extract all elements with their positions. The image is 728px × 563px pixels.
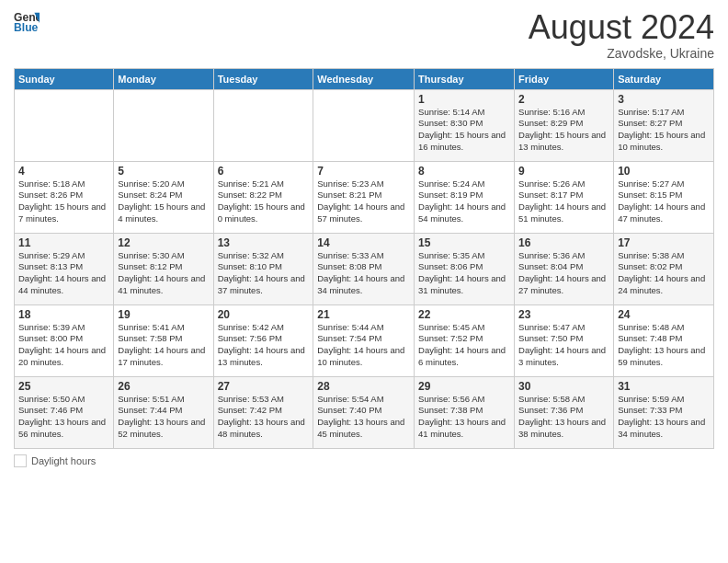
day-number: 19 [118, 308, 209, 321]
day-info: Sunrise: 5:21 AM Sunset: 8:22 PM Dayligh… [218, 178, 310, 225]
day-number: 13 [218, 236, 310, 249]
week-row-3: 11Sunrise: 5:29 AM Sunset: 8:13 PM Dayli… [15, 233, 714, 304]
day-cell: 27Sunrise: 5:53 AM Sunset: 7:42 PM Dayli… [213, 376, 313, 448]
header-thursday: Thursday [415, 68, 515, 89]
day-number: 29 [418, 380, 510, 393]
day-number: 28 [317, 380, 410, 393]
week-row-1: 1Sunrise: 5:14 AM Sunset: 8:30 PM Daylig… [15, 89, 714, 161]
day-info: Sunrise: 5:58 AM Sunset: 7:36 PM Dayligh… [518, 394, 609, 441]
day-number: 21 [317, 308, 410, 321]
week-row-2: 4Sunrise: 5:18 AM Sunset: 8:26 PM Daylig… [15, 161, 714, 233]
day-cell: 28Sunrise: 5:54 AM Sunset: 7:40 PM Dayli… [313, 376, 415, 448]
day-cell: 4Sunrise: 5:18 AM Sunset: 8:26 PM Daylig… [15, 161, 114, 233]
day-cell: 29Sunrise: 5:56 AM Sunset: 7:38 PM Dayli… [415, 376, 515, 448]
day-number: 26 [118, 380, 209, 393]
day-number: 27 [218, 380, 310, 393]
day-cell: 21Sunrise: 5:44 AM Sunset: 7:54 PM Dayli… [313, 304, 415, 376]
day-info: Sunrise: 5:35 AM Sunset: 8:06 PM Dayligh… [418, 250, 510, 297]
day-cell: 24Sunrise: 5:48 AM Sunset: 7:48 PM Dayli… [614, 304, 714, 376]
day-number: 31 [618, 380, 710, 393]
day-cell [213, 89, 313, 161]
day-cell: 20Sunrise: 5:42 AM Sunset: 7:56 PM Dayli… [213, 304, 313, 376]
day-number: 14 [317, 236, 410, 249]
day-number: 30 [518, 380, 609, 393]
day-info: Sunrise: 5:51 AM Sunset: 7:44 PM Dayligh… [118, 394, 209, 441]
header-wednesday: Wednesday [313, 68, 415, 89]
day-info: Sunrise: 5:59 AM Sunset: 7:33 PM Dayligh… [618, 394, 710, 441]
logo: General Blue [14, 9, 40, 35]
day-info: Sunrise: 5:33 AM Sunset: 8:08 PM Dayligh… [317, 250, 410, 297]
day-cell: 22Sunrise: 5:45 AM Sunset: 7:52 PM Dayli… [415, 304, 515, 376]
day-number: 16 [518, 236, 609, 249]
svg-text:Blue: Blue [14, 21, 39, 34]
day-info: Sunrise: 5:53 AM Sunset: 7:42 PM Dayligh… [218, 394, 310, 441]
month-year-title: August 2024 [529, 9, 714, 46]
day-number: 15 [418, 236, 510, 249]
day-number: 9 [518, 165, 609, 178]
week-row-4: 18Sunrise: 5:39 AM Sunset: 8:00 PM Dayli… [15, 304, 714, 376]
day-cell: 31Sunrise: 5:59 AM Sunset: 7:33 PM Dayli… [614, 376, 714, 448]
day-cell: 3Sunrise: 5:17 AM Sunset: 8:27 PM Daylig… [614, 89, 714, 161]
day-cell: 1Sunrise: 5:14 AM Sunset: 8:30 PM Daylig… [415, 89, 515, 161]
day-info: Sunrise: 5:38 AM Sunset: 8:02 PM Dayligh… [618, 250, 710, 297]
day-number: 23 [518, 308, 609, 321]
day-cell [15, 89, 114, 161]
day-number: 4 [18, 165, 109, 178]
daylight-legend-box [14, 454, 27, 467]
day-cell: 18Sunrise: 5:39 AM Sunset: 8:00 PM Dayli… [15, 304, 114, 376]
day-cell [313, 89, 415, 161]
day-cell: 8Sunrise: 5:24 AM Sunset: 8:19 PM Daylig… [415, 161, 515, 233]
header-tuesday: Tuesday [213, 68, 313, 89]
day-info: Sunrise: 5:56 AM Sunset: 7:38 PM Dayligh… [418, 394, 510, 441]
day-cell: 12Sunrise: 5:30 AM Sunset: 8:12 PM Dayli… [114, 233, 213, 304]
day-number: 7 [317, 165, 410, 178]
day-cell: 19Sunrise: 5:41 AM Sunset: 7:58 PM Dayli… [114, 304, 213, 376]
day-number: 20 [218, 308, 310, 321]
day-info: Sunrise: 5:42 AM Sunset: 7:56 PM Dayligh… [218, 322, 310, 369]
day-info: Sunrise: 5:23 AM Sunset: 8:21 PM Dayligh… [317, 178, 410, 225]
day-info: Sunrise: 5:39 AM Sunset: 8:00 PM Dayligh… [18, 322, 109, 369]
day-info: Sunrise: 5:45 AM Sunset: 7:52 PM Dayligh… [418, 322, 510, 369]
day-cell: 16Sunrise: 5:36 AM Sunset: 8:04 PM Dayli… [515, 233, 614, 304]
day-number: 10 [618, 165, 710, 178]
day-info: Sunrise: 5:41 AM Sunset: 7:58 PM Dayligh… [118, 322, 209, 369]
day-number: 5 [118, 165, 209, 178]
day-info: Sunrise: 5:44 AM Sunset: 7:54 PM Dayligh… [317, 322, 410, 369]
day-cell: 30Sunrise: 5:58 AM Sunset: 7:36 PM Dayli… [515, 376, 614, 448]
day-cell [114, 89, 213, 161]
day-number: 18 [18, 308, 109, 321]
day-number: 22 [418, 308, 510, 321]
day-number: 11 [18, 236, 109, 249]
day-number: 25 [18, 380, 109, 393]
day-info: Sunrise: 5:48 AM Sunset: 7:48 PM Dayligh… [618, 322, 710, 369]
header-monday: Monday [114, 68, 213, 89]
day-number: 6 [218, 165, 310, 178]
day-cell: 2Sunrise: 5:16 AM Sunset: 8:29 PM Daylig… [515, 89, 614, 161]
location-subtitle: Zavodske, Ukraine [529, 46, 714, 61]
day-cell: 6Sunrise: 5:21 AM Sunset: 8:22 PM Daylig… [213, 161, 313, 233]
week-row-5: 25Sunrise: 5:50 AM Sunset: 7:46 PM Dayli… [15, 376, 714, 448]
day-info: Sunrise: 5:47 AM Sunset: 7:50 PM Dayligh… [518, 322, 609, 369]
day-cell: 9Sunrise: 5:26 AM Sunset: 8:17 PM Daylig… [515, 161, 614, 233]
day-cell: 10Sunrise: 5:27 AM Sunset: 8:15 PM Dayli… [614, 161, 714, 233]
day-cell: 14Sunrise: 5:33 AM Sunset: 8:08 PM Dayli… [313, 233, 415, 304]
footer: Daylight hours [14, 454, 714, 467]
day-cell: 11Sunrise: 5:29 AM Sunset: 8:13 PM Dayli… [15, 233, 114, 304]
header-sunday: Sunday [15, 68, 114, 89]
day-info: Sunrise: 5:26 AM Sunset: 8:17 PM Dayligh… [518, 178, 609, 225]
day-info: Sunrise: 5:30 AM Sunset: 8:12 PM Dayligh… [118, 250, 209, 297]
day-info: Sunrise: 5:20 AM Sunset: 8:24 PM Dayligh… [118, 178, 209, 225]
day-info: Sunrise: 5:29 AM Sunset: 8:13 PM Dayligh… [18, 250, 109, 297]
day-info: Sunrise: 5:18 AM Sunset: 8:26 PM Dayligh… [18, 178, 109, 225]
day-info: Sunrise: 5:54 AM Sunset: 7:40 PM Dayligh… [317, 394, 410, 441]
day-info: Sunrise: 5:17 AM Sunset: 8:27 PM Dayligh… [618, 107, 710, 154]
day-cell: 15Sunrise: 5:35 AM Sunset: 8:06 PM Dayli… [415, 233, 515, 304]
day-cell: 7Sunrise: 5:23 AM Sunset: 8:21 PM Daylig… [313, 161, 415, 233]
day-cell: 26Sunrise: 5:51 AM Sunset: 7:44 PM Dayli… [114, 376, 213, 448]
day-info: Sunrise: 5:24 AM Sunset: 8:19 PM Dayligh… [418, 178, 510, 225]
day-info: Sunrise: 5:32 AM Sunset: 8:10 PM Dayligh… [218, 250, 310, 297]
logo-icon: General Blue [14, 9, 40, 35]
day-info: Sunrise: 5:14 AM Sunset: 8:30 PM Dayligh… [418, 107, 510, 154]
header-friday: Friday [515, 68, 614, 89]
page-header: General Blue August 2024 Zavodske, Ukrai… [14, 9, 714, 61]
